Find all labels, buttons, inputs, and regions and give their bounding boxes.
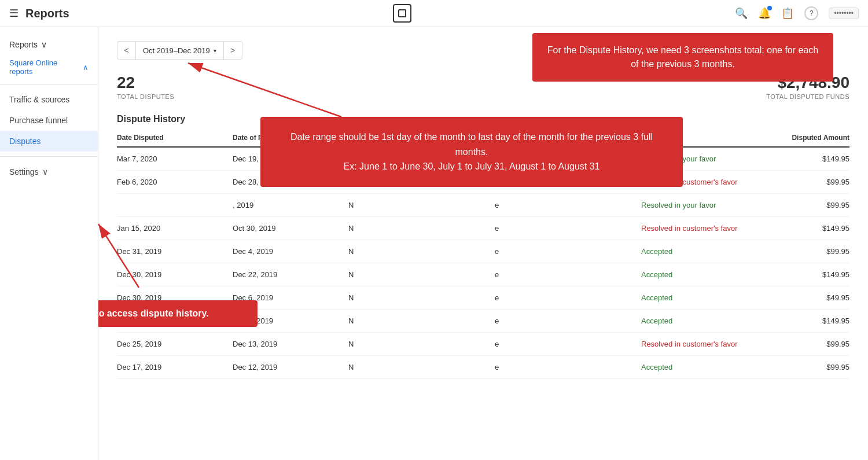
annotation-box-3: Click here to access dispute history. [98,300,258,327]
table-row[interactable]: Dec 25, 2019 Dec 13, 2019 N e Resolved i… [117,333,849,356]
cell-col4: e [495,270,641,279]
sidebar-item-traffic[interactable]: Traffic & sources [0,89,98,110]
cell-amount: $99.95 [757,201,849,209]
sidebar: Reports ∨ Square Online reports ∧ Traffi… [0,27,98,460]
cell-col4: e [495,340,641,348]
top-nav: ☰ Reports 🔍 🔔 📋 ? •••••••• [0,0,868,27]
date-range-button[interactable]: Oct 2019–Dec 2019 ▾ [135,41,224,60]
cell-col3: N [348,340,495,348]
cell-col3: N [348,270,495,279]
cell-status: Accepted [641,247,757,256]
col-header-date-disputed: Date Disputed [117,134,233,142]
main-content: < Oct 2019–Dec 2019 ▾ > 22 TOTAL DISPUTE… [98,27,868,393]
sidebar-item-disputes[interactable]: Disputes [0,131,98,152]
cell-col3: N [348,201,495,209]
cell-status: Resolved in customer's favor [641,224,757,233]
cell-amount: $99.95 [757,247,849,256]
clipboard-icon[interactable]: 📋 [781,7,794,20]
date-next-button[interactable]: > [224,41,242,60]
user-chip[interactable]: •••••••• [829,8,859,19]
cell-status: Accepted [641,363,757,371]
total-disputes-label: TOTAL DISPUTES [117,93,174,100]
reports-chevron: ∨ [41,40,47,49]
sidebar-item-funnel[interactable]: Purchase funnel [0,110,98,131]
cell-amount: $149.95 [757,224,849,233]
cell-date-payment: Dec 22, 2019 [233,270,348,279]
cell-col4: e [495,363,641,371]
sidebar-square-online[interactable]: Square Online reports ∧ [0,55,98,79]
reports-label: Reports [9,40,38,49]
cell-amount: $49.95 [757,293,849,302]
sidebar-reports[interactable]: Reports ∨ [0,34,98,55]
cell-date-disputed: Mar 7, 2020 [117,154,233,163]
table-row[interactable]: , 2019 N e Resolved in your favor $99.95 [117,194,849,217]
square-logo-inner [398,9,406,17]
cell-col3: N [348,363,495,371]
cell-col4: e [495,247,641,256]
cell-status: Resolved in your favor [641,201,757,209]
annotation-box-1: For the Dispute History, we need 3 scree… [532,33,833,82]
cell-date-disputed: Dec 31, 2019 [117,247,233,256]
date-prev-button[interactable]: < [117,41,135,60]
cell-date-payment: Dec 13, 2019 [233,340,348,348]
cell-date-payment: , 2019 [233,201,348,209]
cell-date-disputed: Jan 15, 2020 [117,224,233,233]
cell-col4: e [495,293,641,302]
cell-status: Accepted [641,270,757,279]
cell-amount: $149.95 [757,317,849,325]
search-icon[interactable]: 🔍 [735,7,748,20]
col-header-amount: Disputed Amount [757,134,849,142]
cell-col4: e [495,224,641,233]
notification-dot [767,6,772,10]
annotation-box-2: Date range should be 1st day of the mont… [260,117,683,187]
table-row[interactable]: Jan 15, 2020 Oct 30, 2019 N e Resolved i… [117,217,849,240]
cell-amount: $99.95 [757,340,849,348]
cell-status: Resolved in customer's favor [641,340,757,348]
cell-col4: e [495,317,641,325]
cell-amount: $149.95 [757,154,849,163]
cell-col4: e [495,201,641,209]
total-disputes-stat: 22 TOTAL DISPUTES [117,73,174,100]
square-logo [393,4,411,23]
app-title: Reports [25,7,69,20]
cell-date-payment: Dec 12, 2019 [233,363,348,371]
table-row[interactable]: Dec 30, 2019 Dec 22, 2019 N e Accepted $… [117,263,849,286]
hamburger-icon[interactable]: ☰ [9,7,19,20]
cell-amount: $99.95 [757,363,849,371]
cell-col3: N [348,293,495,302]
cell-date-payment: Oct 30, 2019 [233,224,348,233]
cell-col3: N [348,247,495,256]
cell-amount: $149.95 [757,270,849,279]
cell-date-disputed: Dec 30, 2019 [117,270,233,279]
table-row[interactable]: Dec 17, 2019 Dec 12, 2019 N e Accepted $… [117,356,849,379]
bell-icon[interactable]: 🔔 [758,7,771,20]
cell-date-payment: Dec 4, 2019 [233,247,348,256]
help-icon[interactable]: ? [804,6,818,20]
cell-date-disputed: Feb 6, 2020 [117,178,233,186]
cell-status: Accepted [641,317,757,325]
cell-col3: N [348,317,495,325]
cell-status: Accepted [641,293,757,302]
cell-col3: N [348,224,495,233]
sidebar-divider [0,84,98,84]
sidebar-settings[interactable]: Settings ∨ [0,161,98,182]
table-row[interactable]: Dec 31, 2019 Dec 4, 2019 N e Accepted $9… [117,240,849,263]
sidebar-divider-2 [0,156,98,157]
date-chevron-icon: ▾ [214,47,216,54]
total-disputes-number: 22 [117,73,174,92]
total-funds-label: TOTAL DISPUTED FUNDS [766,93,849,100]
cell-date-disputed: Dec 17, 2019 [117,363,233,371]
cell-date-disputed: Dec 25, 2019 [117,340,233,348]
cell-amount: $99.95 [757,178,849,186]
